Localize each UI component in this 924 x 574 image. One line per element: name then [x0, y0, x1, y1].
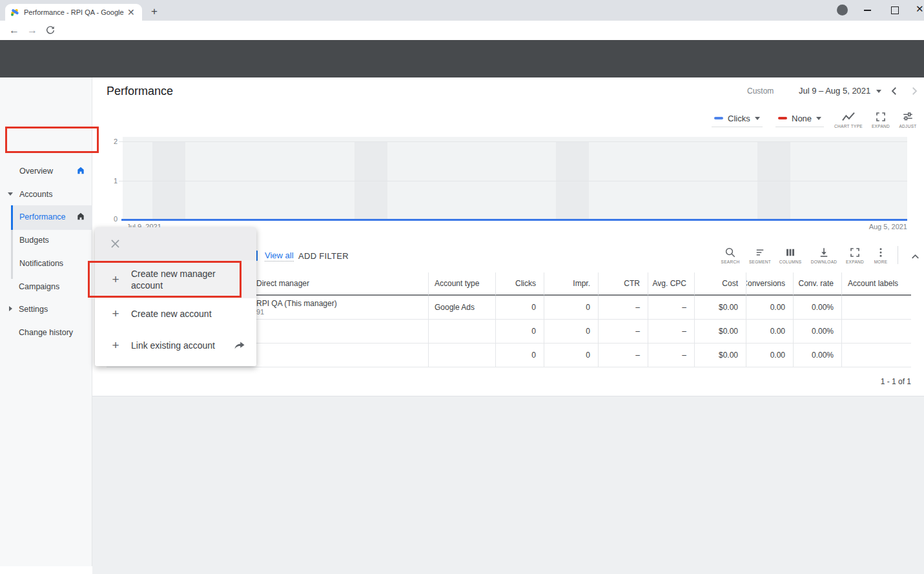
col-header-cost[interactable]: Cost — [694, 272, 746, 296]
cost-cell: $0.00 — [694, 296, 746, 320]
window-maximize-button[interactable] — [891, 6, 899, 14]
chart-series-line — [121, 219, 907, 221]
metric2-dropdown[interactable]: None — [775, 110, 824, 127]
chart-type-button[interactable]: CHART TYPE — [832, 111, 865, 128]
y-axis-tick: 2 — [108, 138, 118, 145]
table-download-button[interactable]: DOWNLOAD — [807, 247, 841, 264]
metric2-label: None — [792, 114, 812, 123]
sliders-icon — [902, 111, 914, 123]
new-tab-button[interactable]: + — [151, 5, 158, 18]
collapse-chevron-icon[interactable] — [909, 251, 921, 263]
ctr-cell: – — [598, 343, 648, 367]
expand-icon — [849, 247, 861, 258]
account-labels-cell — [841, 343, 911, 367]
series-red-dash — [778, 117, 787, 119]
cost-cell: $0.00 — [694, 343, 746, 367]
account-type-cell: Google Ads — [428, 296, 495, 320]
plus-icon: + — [110, 338, 121, 353]
chevron-down-icon — [816, 117, 821, 120]
open-in-new-arrow-icon — [232, 339, 247, 352]
chart-expand-button[interactable]: EXPAND — [867, 111, 894, 128]
sidebar-item-overview[interactable]: Overview — [19, 167, 53, 176]
sidebar-item-settings[interactable]: Settings — [19, 305, 48, 314]
menu-item-label: Link existing account — [131, 340, 231, 351]
account-type-cell — [428, 320, 495, 343]
chart-gridline — [119, 141, 907, 142]
screen: Performance - RPI QA - Google A ✕ + ✕ ← … — [0, 0, 924, 574]
sidebar-item-change-history[interactable]: Change history — [19, 328, 73, 337]
date-range-picker[interactable]: Jul 9 – Aug 5, 2021 — [799, 86, 870, 96]
close-icon[interactable] — [109, 238, 121, 250]
table-more-button[interactable]: MORE — [870, 247, 892, 264]
manager-account-id: 91 — [256, 308, 264, 316]
chevron-down-icon — [8, 192, 13, 196]
col-header-conversions[interactable]: Conversions — [746, 272, 793, 296]
menu-item-create-account[interactable]: + Create new account — [95, 298, 256, 329]
clicks-cell: 0 — [495, 320, 544, 343]
browser-tab[interactable]: Performance - RPI QA - Google A ✕ — [5, 4, 142, 21]
account-labels-cell — [841, 320, 911, 343]
conversions-cell: 0.00 — [746, 296, 793, 320]
add-filter-button[interactable]: ADD FILTER — [298, 251, 349, 261]
table-segment-button[interactable]: SEGMENT — [746, 247, 774, 264]
google-ads-favicon-icon — [10, 8, 19, 17]
sidebar-rail — [11, 230, 13, 279]
chart-adjust-button[interactable]: ADJUST — [894, 111, 921, 128]
menu-header — [95, 227, 256, 260]
col-header-clicks[interactable]: Clicks — [495, 272, 544, 296]
col-header-impr[interactable]: Impr. — [544, 272, 598, 296]
columns-icon — [785, 247, 796, 258]
google-ads-navbar: Google Ads RPI QA SEARCH REPORTS TOOLS &… — [0, 40, 924, 77]
metric1-dropdown[interactable]: Clicks — [712, 110, 763, 127]
y-axis-tick: 0 — [108, 215, 118, 223]
back-icon[interactable]: ← — [9, 25, 19, 36]
window-close-button[interactable]: ✕ — [916, 3, 924, 15]
table-columns-label: COLUMNS — [779, 260, 802, 264]
avg-cpc-cell: – — [648, 343, 694, 367]
chart-gridline — [119, 181, 907, 181]
sidebar-item-budgets[interactable]: Budgets — [19, 236, 49, 245]
menu-item-link-existing-account[interactable]: + Link existing account — [95, 329, 256, 362]
home-icon — [76, 212, 85, 221]
tab-close-icon[interactable]: ✕ — [127, 8, 135, 17]
cost-cell: $0.00 — [694, 320, 746, 343]
annotation-box-create-manager — [88, 261, 241, 298]
sidebar-item-campaigns[interactable]: Campaigns — [19, 282, 59, 291]
window-minimize-button[interactable] — [864, 10, 871, 11]
line-chart-icon — [841, 111, 856, 123]
table-search-label: SEARCH — [721, 260, 740, 264]
date-prev-icon[interactable] — [888, 85, 900, 97]
media-controls-icon[interactable] — [837, 5, 848, 15]
sidebar-item-performance[interactable]: Performance — [19, 212, 66, 221]
chevron-down-icon[interactable] — [876, 90, 881, 93]
expand-icon — [875, 111, 887, 123]
menu-item-label: Create new account — [131, 308, 231, 320]
sidebar-item-notifications[interactable]: Notifications — [19, 259, 63, 268]
col-header-account-type[interactable]: Account type — [428, 272, 495, 296]
toolbar-divider — [898, 246, 898, 264]
table-search-button[interactable]: SEARCH — [717, 247, 744, 264]
table-expand-button[interactable]: EXPAND — [841, 247, 868, 264]
impr-cell: 0 — [544, 296, 598, 320]
ctr-cell: – — [598, 296, 648, 320]
reload-icon[interactable] — [45, 25, 56, 36]
date-next-icon[interactable] — [909, 85, 920, 97]
table-columns-button[interactable]: COLUMNS — [775, 247, 805, 264]
view-all-link[interactable]: View all — [265, 251, 294, 261]
manager-name-link[interactable]: RPI QA (This manager) — [256, 299, 337, 308]
col-header-ctr[interactable]: CTR — [598, 272, 648, 296]
sidebar-item-accounts[interactable]: Accounts — [19, 190, 52, 199]
forward-icon[interactable]: → — [27, 25, 37, 36]
chart-expand-label: EXPAND — [872, 124, 890, 128]
col-header-conv-rate[interactable]: Conv. rate — [793, 272, 841, 296]
date-type-label: Custom — [747, 87, 774, 96]
content-background — [92, 396, 924, 574]
series-blue-dash — [714, 117, 723, 119]
conversions-cell: 0.00 — [746, 343, 793, 367]
segment-icon — [754, 247, 766, 258]
col-header-account-labels[interactable]: Account labels — [841, 272, 911, 296]
chart-adjust-label: ADJUST — [899, 124, 916, 128]
account-type-cell — [428, 343, 495, 367]
table-download-label: DOWNLOAD — [811, 260, 837, 264]
col-header-avg-cpc[interactable]: Avg. CPC — [648, 272, 694, 296]
